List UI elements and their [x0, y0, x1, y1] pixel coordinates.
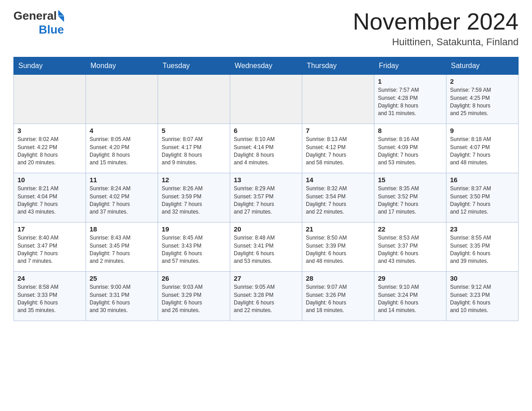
day-number: 17 — [17, 225, 82, 233]
weekday-header-friday: Friday — [374, 57, 446, 75]
day-info: Sunrise: 8:02 AM Sunset: 4:22 PM Dayligh… — [17, 136, 82, 167]
calendar-cell: 22Sunrise: 8:53 AM Sunset: 3:37 PM Dayli… — [374, 223, 446, 272]
day-number: 24 — [17, 274, 82, 282]
day-info: Sunrise: 8:53 AM Sunset: 3:37 PM Dayligh… — [378, 234, 442, 265]
day-info: Sunrise: 7:59 AM Sunset: 4:25 PM Dayligh… — [450, 86, 515, 118]
day-info: Sunrise: 9:07 AM Sunset: 3:26 PM Dayligh… — [306, 283, 370, 315]
day-info: Sunrise: 8:07 AM Sunset: 4:17 PM Dayligh… — [162, 136, 226, 167]
day-info: Sunrise: 8:10 AM Sunset: 4:14 PM Dayligh… — [234, 136, 298, 167]
day-info: Sunrise: 8:05 AM Sunset: 4:20 PM Dayligh… — [90, 136, 154, 167]
day-info: Sunrise: 8:45 AM Sunset: 3:43 PM Dayligh… — [162, 234, 226, 265]
calendar-cell: 3Sunrise: 8:02 AM Sunset: 4:22 PM Daylig… — [14, 124, 86, 173]
day-number: 9 — [450, 127, 515, 134]
title-area: November 2024 Huittinen, Satakunta, Finl… — [353, 9, 519, 48]
logo-mark: General Blue — [13, 9, 64, 37]
day-info: Sunrise: 8:37 AM Sunset: 3:50 PM Dayligh… — [450, 185, 515, 216]
calendar-cell: 9Sunrise: 8:18 AM Sunset: 4:07 PM Daylig… — [446, 124, 519, 173]
day-number: 20 — [234, 225, 298, 233]
weekday-header-row: SundayMondayTuesdayWednesdayThursdayFrid… — [14, 57, 519, 75]
day-number: 11 — [90, 176, 154, 184]
weekday-header-sunday: Sunday — [14, 57, 86, 75]
day-number: 16 — [450, 176, 515, 184]
day-number: 29 — [378, 274, 442, 282]
day-info: Sunrise: 9:03 AM Sunset: 3:29 PM Dayligh… — [162, 283, 226, 315]
day-info: Sunrise: 8:32 AM Sunset: 3:54 PM Dayligh… — [306, 185, 370, 216]
day-number: 1 — [378, 77, 442, 85]
calendar-cell: 5Sunrise: 8:07 AM Sunset: 4:17 PM Daylig… — [158, 124, 230, 173]
logo: General Blue — [13, 9, 64, 37]
day-info: Sunrise: 8:29 AM Sunset: 3:57 PM Dayligh… — [234, 185, 298, 216]
day-number: 10 — [17, 176, 82, 184]
day-info: Sunrise: 7:57 AM Sunset: 4:28 PM Dayligh… — [378, 86, 442, 118]
calendar-cell: 15Sunrise: 8:35 AM Sunset: 3:52 PM Dayli… — [374, 173, 446, 223]
day-number: 30 — [450, 274, 515, 282]
day-number: 19 — [162, 225, 226, 233]
location-subtitle: Huittinen, Satakunta, Finland — [353, 36, 519, 48]
day-number: 8 — [378, 127, 442, 134]
calendar-cell — [158, 75, 230, 124]
calendar-cell: 23Sunrise: 8:55 AM Sunset: 3:35 PM Dayli… — [446, 223, 519, 272]
day-info: Sunrise: 9:10 AM Sunset: 3:24 PM Dayligh… — [378, 283, 442, 315]
day-number: 23 — [450, 225, 515, 233]
calendar-cell: 20Sunrise: 8:48 AM Sunset: 3:41 PM Dayli… — [230, 223, 302, 272]
calendar-cell: 8Sunrise: 8:16 AM Sunset: 4:09 PM Daylig… — [374, 124, 446, 173]
calendar-cell: 17Sunrise: 8:40 AM Sunset: 3:47 PM Dayli… — [14, 223, 86, 272]
day-number: 13 — [234, 176, 298, 184]
calendar-week-row: 3Sunrise: 8:02 AM Sunset: 4:22 PM Daylig… — [14, 124, 519, 173]
logo-triangle-top — [58, 10, 64, 16]
day-info: Sunrise: 8:55 AM Sunset: 3:35 PM Dayligh… — [450, 234, 515, 265]
day-number: 2 — [450, 77, 515, 85]
day-number: 3 — [17, 127, 82, 134]
day-number: 27 — [234, 274, 298, 282]
calendar-cell: 12Sunrise: 8:26 AM Sunset: 3:59 PM Dayli… — [158, 173, 230, 223]
day-number: 28 — [306, 274, 370, 282]
calendar-cell: 29Sunrise: 9:10 AM Sunset: 3:24 PM Dayli… — [374, 272, 446, 321]
calendar-cell: 10Sunrise: 8:21 AM Sunset: 4:04 PM Dayli… — [14, 173, 86, 223]
day-number: 4 — [90, 127, 154, 134]
day-info: Sunrise: 8:18 AM Sunset: 4:07 PM Dayligh… — [450, 136, 515, 167]
day-info: Sunrise: 8:13 AM Sunset: 4:12 PM Dayligh… — [306, 136, 370, 167]
calendar-week-row: 1Sunrise: 7:57 AM Sunset: 4:28 PM Daylig… — [14, 75, 519, 124]
day-number: 6 — [234, 127, 298, 134]
day-number: 15 — [378, 176, 442, 184]
calendar-week-row: 17Sunrise: 8:40 AM Sunset: 3:47 PM Dayli… — [14, 223, 519, 272]
day-info: Sunrise: 8:35 AM Sunset: 3:52 PM Dayligh… — [378, 185, 442, 216]
calendar-cell: 4Sunrise: 8:05 AM Sunset: 4:20 PM Daylig… — [86, 124, 158, 173]
day-info: Sunrise: 9:05 AM Sunset: 3:28 PM Dayligh… — [234, 283, 298, 315]
day-number: 14 — [306, 176, 370, 184]
calendar-cell: 14Sunrise: 8:32 AM Sunset: 3:54 PM Dayli… — [302, 173, 374, 223]
calendar-cell: 13Sunrise: 8:29 AM Sunset: 3:57 PM Dayli… — [230, 173, 302, 223]
weekday-header-saturday: Saturday — [446, 57, 519, 75]
calendar-cell: 25Sunrise: 9:00 AM Sunset: 3:31 PM Dayli… — [86, 272, 158, 321]
calendar-cell: 2Sunrise: 7:59 AM Sunset: 4:25 PM Daylig… — [446, 75, 519, 124]
calendar-week-row: 10Sunrise: 8:21 AM Sunset: 4:04 PM Dayli… — [14, 173, 519, 223]
day-info: Sunrise: 9:12 AM Sunset: 3:23 PM Dayligh… — [450, 283, 515, 315]
day-number: 25 — [90, 274, 154, 282]
day-info: Sunrise: 8:16 AM Sunset: 4:09 PM Dayligh… — [378, 136, 442, 167]
calendar-table: SundayMondayTuesdayWednesdayThursdayFrid… — [13, 57, 519, 321]
calendar-cell: 7Sunrise: 8:13 AM Sunset: 4:12 PM Daylig… — [302, 124, 374, 173]
day-number: 5 — [162, 127, 226, 134]
calendar-cell: 19Sunrise: 8:45 AM Sunset: 3:43 PM Dayli… — [158, 223, 230, 272]
calendar-cell: 26Sunrise: 9:03 AM Sunset: 3:29 PM Dayli… — [158, 272, 230, 321]
weekday-header-thursday: Thursday — [302, 57, 374, 75]
day-info: Sunrise: 8:24 AM Sunset: 4:02 PM Dayligh… — [90, 185, 154, 216]
day-info: Sunrise: 8:40 AM Sunset: 3:47 PM Dayligh… — [17, 234, 82, 265]
page-header: General Blue November 2024 Huittinen, Sa… — [13, 9, 519, 48]
day-number: 18 — [90, 225, 154, 233]
calendar-week-row: 24Sunrise: 8:58 AM Sunset: 3:33 PM Dayli… — [14, 272, 519, 321]
calendar-cell — [86, 75, 158, 124]
day-info: Sunrise: 8:50 AM Sunset: 3:39 PM Dayligh… — [306, 234, 370, 265]
calendar-cell: 24Sunrise: 8:58 AM Sunset: 3:33 PM Dayli… — [14, 272, 86, 321]
weekday-header-wednesday: Wednesday — [230, 57, 302, 75]
weekday-header-monday: Monday — [86, 57, 158, 75]
logo-triangle-bottom — [58, 16, 64, 22]
day-info: Sunrise: 8:43 AM Sunset: 3:45 PM Dayligh… — [90, 234, 154, 265]
calendar-cell: 1Sunrise: 7:57 AM Sunset: 4:28 PM Daylig… — [374, 75, 446, 124]
day-number: 7 — [306, 127, 370, 134]
calendar-cell: 18Sunrise: 8:43 AM Sunset: 3:45 PM Dayli… — [86, 223, 158, 272]
calendar-cell: 28Sunrise: 9:07 AM Sunset: 3:26 PM Dayli… — [302, 272, 374, 321]
day-number: 26 — [162, 274, 226, 282]
logo-blue-text: Blue — [39, 23, 64, 36]
month-title: November 2024 — [353, 9, 519, 34]
